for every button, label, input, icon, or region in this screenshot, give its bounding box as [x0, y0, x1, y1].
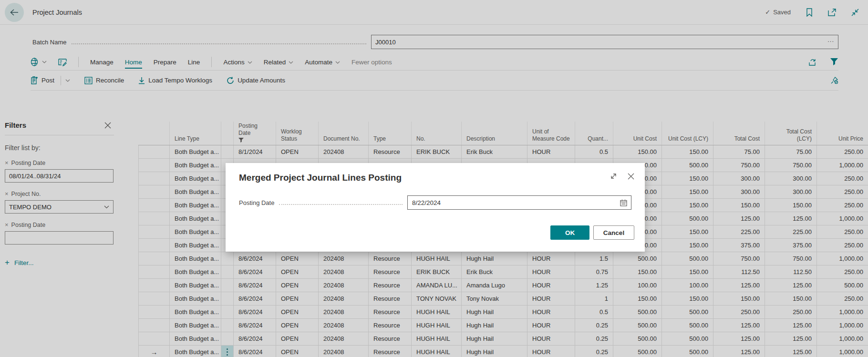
- posting-dialog: Merged Project Journal Lines Posting Pos…: [226, 163, 645, 252]
- expand-dialog-icon[interactable]: [610, 173, 617, 180]
- cancel-button[interactable]: Cancel: [593, 225, 634, 240]
- calendar-icon[interactable]: [620, 199, 627, 206]
- close-dialog-icon[interactable]: [628, 173, 634, 180]
- ok-button[interactable]: OK: [550, 225, 589, 240]
- dialog-posting-date-input[interactable]: 8/22/2024: [407, 195, 631, 210]
- dotted-leader: [279, 204, 403, 205]
- dialog-posting-date-label: Posting Date: [239, 199, 274, 206]
- dialog-title: Merged Project Journal Lines Posting: [239, 173, 402, 183]
